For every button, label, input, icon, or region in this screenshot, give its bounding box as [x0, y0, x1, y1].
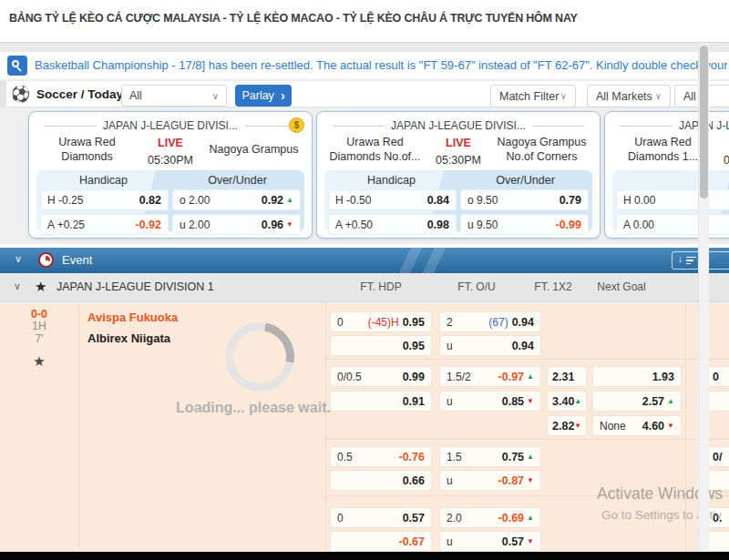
trend-down-icon — [527, 397, 534, 405]
odds-cell-1x2[interactable]: 3.40 — [547, 391, 587, 412]
league-select[interactable]: All — [121, 85, 227, 107]
collapse-chevron-icon[interactable] — [15, 253, 22, 265]
chevron-down-icon — [560, 91, 567, 101]
league-title: JAPAN J-LEAGUE DIVISION 1 — [56, 280, 214, 293]
odds-cell-ou[interactable]: u 0.57 — [439, 531, 541, 552]
row-divider — [325, 439, 729, 440]
odds-cell-ou[interactable]: u 0.85 — [439, 391, 541, 412]
odds-cell-1x2[interactable]: 2.31 — [547, 366, 587, 387]
announcement-bar: Basketball Championship - 17/8] has been… — [0, 52, 729, 79]
decorative-stripes — [383, 248, 465, 273]
live-clock-icon — [38, 252, 54, 268]
odds-cell-hdp[interactable]: 0 (-45)H 0.95 — [330, 311, 432, 332]
match-card[interactable]: JAPAN J-LEAGUE DIVISI... Urawa Red Diamo… — [316, 111, 601, 239]
chevron-down-icon — [212, 91, 219, 101]
card-odds-panel: Handicap Over/Under H -0.50 0.84 o 9.50 … — [324, 170, 592, 231]
odds-cell[interactable]: o 9.50 0.79 — [460, 189, 589, 210]
odds-cell-next-goal[interactable]: None 4.60 — [592, 415, 682, 436]
trend-up-icon — [667, 397, 674, 405]
loading-text: Loading... please wait. — [162, 400, 344, 416]
all-label: All — [683, 90, 696, 103]
match-minute: 7' — [0, 333, 78, 346]
odds-cell-hdp[interactable]: -0.67 — [330, 531, 432, 552]
odds-cell[interactable]: u 2.00 0.96 — [172, 214, 301, 235]
odds-cell-hdp[interactable]: 0 0.57 — [330, 507, 432, 528]
arrow-right-icon — [281, 88, 285, 103]
sport-today-label: Soccer / Today — [36, 87, 123, 101]
favorite-star-icon[interactable] — [35, 279, 46, 295]
trend-down-icon — [286, 220, 293, 229]
match-card[interactable]: JAPAN J-LEAGUE DIVISI... Urawa Red Diamo… — [28, 111, 313, 239]
away-team-name: Albirex Niigata — [87, 331, 170, 345]
search-icon[interactable] — [7, 56, 27, 76]
odds-cell-hdp[interactable]: 0.91 — [330, 391, 432, 412]
announcement-text: Basketball Championship - 17/8] has been… — [35, 58, 727, 72]
coin-icon — [289, 117, 304, 133]
vertical-scrollbar[interactable] — [698, 43, 709, 552]
odds-cell[interactable]: H -0.50 0.84 — [328, 189, 457, 210]
odds-cell[interactable]: u 9.50 -0.99 — [460, 214, 589, 235]
card-odds-panel: Handicap Over/Under H -0.25 0.82 o 2.00 … — [36, 170, 304, 231]
odds-cell-ou[interactable]: u 0.94 — [439, 335, 541, 356]
event-section-bar: Event N — [0, 248, 729, 273]
odds-cell[interactable]: A +0.25 -0.92 — [40, 214, 169, 235]
trend-up-icon — [286, 196, 293, 204]
odds-cell-next-goal[interactable]: 1.93 — [592, 366, 682, 387]
page-header: BẢNG TỶ LỆ KÈO CÁ CƯỢC MALAYSIA - TỶ LỆ … — [0, 0, 729, 42]
live-badge: LIVE — [446, 137, 471, 149]
league-select-value: All — [129, 89, 142, 102]
sort-icon — [686, 257, 696, 265]
score-column: 0-0 1H 7' — [0, 308, 78, 370]
away-team: Nagoya Grampus — [201, 143, 306, 158]
odds-cell[interactable]: H -0.25 0.82 — [40, 189, 169, 210]
column-divider — [325, 302, 326, 552]
live-match-carousel: JAPAN J-LEAGUE DIVISI... Urawa Red Diamo… — [0, 107, 729, 244]
card-league-header: JAPAN J-LEAGUE DIVISI... — [605, 119, 729, 132]
odds-cell-next-goal[interactable]: 2.57 — [592, 391, 682, 412]
odds-cell[interactable]: A +0.50 0.98 — [328, 214, 457, 235]
odds-cell-ou[interactable]: 2 (67) 0.94 — [439, 311, 541, 332]
column-divider — [78, 302, 79, 552]
odds-cell-1x2[interactable]: 2.82 — [547, 415, 587, 436]
trend-up-icon — [574, 397, 581, 405]
trend-down-icon — [527, 537, 534, 545]
odds-cell-hdp[interactable]: 0.95 — [330, 335, 432, 356]
kickoff-time: 05:30PM — [436, 154, 481, 167]
toolbar: Soccer / Today All Parlay Match Filter A… — [0, 81, 729, 107]
odds-cell-ou[interactable]: 1.5/2 -0.97 — [439, 366, 541, 387]
scrollbar-thumb[interactable] — [700, 46, 708, 199]
odds-cell[interactable]: H 0.00 — [616, 189, 729, 210]
parlay-button[interactable]: Parlay — [235, 85, 292, 107]
odds-cell-ou[interactable]: 2.0 -0.69 — [439, 507, 541, 528]
header-divider-band — [0, 42, 729, 52]
odds-cell-hdp[interactable]: 0/0.5 0.99 — [330, 366, 432, 387]
kickoff-time: 05:30PM — [724, 154, 729, 167]
match-period: 1H — [0, 321, 78, 333]
match-filter-dropdown[interactable]: Match Filter — [490, 85, 576, 107]
odds-cell[interactable]: A 0.00 — [616, 214, 729, 235]
odds-cell-hdp[interactable]: 0.66 — [330, 470, 432, 491]
column-header-ft-hdp: FT. HDP — [330, 280, 432, 293]
favorite-star-icon[interactable] — [0, 353, 78, 370]
odds-cell-ou[interactable]: u -0.87 — [439, 470, 541, 491]
event-label: Event — [62, 253, 92, 267]
home-team-name: Avispa Fukuoka — [87, 311, 178, 324]
all-markets-dropdown[interactable]: All Markets — [587, 85, 671, 107]
card-odds-panel: H 0.00 A 0.00 — [612, 170, 729, 231]
odds-cell-hdp[interactable]: 0.5 -0.76 — [330, 446, 432, 467]
all-markets-label: All Markets — [596, 90, 652, 103]
match-card[interactable]: JAPAN J-LEAGUE DIVISI... Urawa Red Diamo… — [604, 111, 729, 239]
trend-down-icon — [527, 476, 534, 484]
handicap-label: Handicap — [36, 174, 170, 187]
odds-cell[interactable]: o 2.00 0.92 — [172, 189, 301, 210]
over-under-label: Over/Under — [458, 174, 592, 187]
odds-cell-ou[interactable]: 1.5 0.75 — [439, 446, 541, 467]
chevron-down-icon — [655, 91, 662, 101]
loading-spinner — [211, 309, 308, 405]
page-title: BẢNG TỶ LỆ KÈO CÁ CƯỢC MALAYSIA - TỶ LỆ … — [9, 12, 578, 25]
collapse-chevron-icon[interactable] — [14, 280, 21, 292]
column-header-next-goal: Next Goal — [576, 280, 667, 293]
live-badge: LIVE — [158, 137, 183, 149]
soccer-icon — [11, 85, 30, 104]
league-header-row: JAPAN J-LEAGUE DIVISION 1 FT. HDP FT. O/… — [0, 273, 729, 300]
